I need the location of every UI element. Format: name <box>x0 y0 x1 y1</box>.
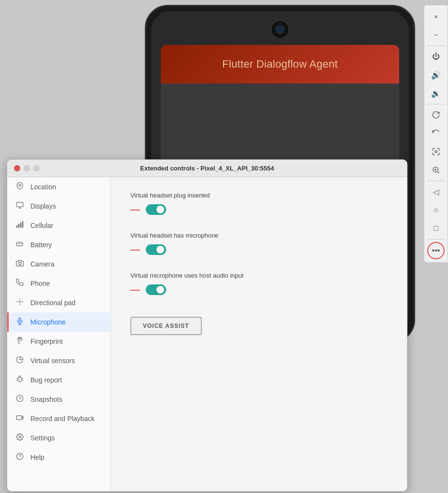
right-toolbar: × − ⏻ 🔊 🔉 ◁ ○ □ ••• <box>424 5 448 263</box>
power-button[interactable]: ⏻ <box>427 48 445 65</box>
toggle-row-host-audio: Virtual microphone uses host audio input… <box>130 272 388 295</box>
sidebar-label-bug-report: Bug report <box>30 376 103 384</box>
sidebar-label-displays: Displays <box>30 202 103 210</box>
help-icon <box>15 452 25 462</box>
svg-rect-9 <box>22 221 24 227</box>
toggle-headset-plug[interactable] <box>146 204 166 215</box>
screenshot-button[interactable] <box>427 143 445 160</box>
sidebar-item-battery[interactable]: Battery <box>7 235 111 254</box>
sidebar-item-location[interactable]: Location <box>7 177 111 197</box>
svg-rect-16 <box>16 416 22 420</box>
sidebar-label-battery: Battery <box>30 241 103 249</box>
sidebar-label-cellular: Cellular <box>30 222 103 229</box>
svg-point-0 <box>435 151 437 153</box>
sidebar-label-virtual-sensors: Virtual sensors <box>30 357 103 365</box>
sidebar-item-snapshots[interactable]: Snapshots <box>7 390 111 409</box>
svg-rect-14 <box>19 318 21 321</box>
svg-rect-8 <box>20 223 22 228</box>
sidebar-item-help[interactable]: Help <box>7 448 111 467</box>
close-dot[interactable] <box>14 165 20 171</box>
toggle-row-headset-mic: Virtual headset has microphone — <box>130 232 388 255</box>
toggle-row-headset-plug: Virtual headset plug inserted — <box>130 192 388 215</box>
sidebar-label-directional-pad: Directional pad <box>30 299 103 307</box>
volume-down-button[interactable]: 🔉 <box>427 85 445 102</box>
fullscreen-dot[interactable] <box>33 165 40 171</box>
toggle-host-audio[interactable] <box>146 284 166 295</box>
directional-pad-icon <box>15 298 25 308</box>
more-options-button[interactable]: ••• <box>427 242 445 259</box>
back-button[interactable]: ◁ <box>427 183 445 200</box>
sidebar-item-microphone[interactable]: Microphone <box>7 312 111 332</box>
sidebar-label-record-playback: Record and Playback <box>30 415 103 423</box>
svg-point-2 <box>19 184 21 186</box>
sidebar-item-settings[interactable]: Settings <box>7 428 111 448</box>
toggle-label-headset-mic: Virtual headset has microphone <box>130 232 388 239</box>
bug-report-icon <box>15 375 25 385</box>
sidebar-label-microphone: Microphone <box>30 318 103 326</box>
toggle-thumb-3 <box>156 286 164 294</box>
toggle-headset-mic[interactable] <box>146 244 166 255</box>
window-body: Location Displays Cellular <box>7 177 407 491</box>
toolbar-divider-1 <box>427 45 445 46</box>
svg-point-12 <box>18 262 21 265</box>
sidebar-item-record-playback[interactable]: Record and Playback <box>7 409 111 428</box>
minimize-dot[interactable] <box>24 165 30 171</box>
fingerprint-icon <box>15 337 25 346</box>
sidebar-label-snapshots: Snapshots <box>30 395 103 403</box>
arrow-indicator-1: — <box>130 204 140 215</box>
sidebar-label-fingerprint: Fingerprint <box>30 338 103 345</box>
svg-rect-6 <box>16 225 18 227</box>
zoom-button[interactable] <box>427 161 445 179</box>
sidebar-item-fingerprint[interactable]: Fingerprint <box>7 332 111 351</box>
location-icon <box>15 182 25 192</box>
svg-point-13 <box>19 301 21 303</box>
title-bar: Extended controls - Pixel_4_XL_API_30:55… <box>7 160 407 177</box>
sidebar-item-cellular[interactable]: Cellular <box>7 216 111 235</box>
snapshots-icon <box>15 394 25 404</box>
battery-icon <box>15 240 25 250</box>
toggle-wrapper-headset-plug: — <box>130 204 388 215</box>
sidebar-item-directional-pad[interactable]: Directional pad <box>7 293 111 312</box>
home-button[interactable]: ○ <box>427 201 445 219</box>
voice-assist-button[interactable]: VOICE ASSIST <box>130 317 202 335</box>
arrow-indicator-2: — <box>130 244 140 255</box>
sidebar-item-virtual-sensors[interactable]: Virtual sensors <box>7 351 111 370</box>
sidebar-label-settings: Settings <box>30 434 103 442</box>
phone-screen-top: Flutter Dialogflow Agent <box>161 45 399 84</box>
toggle-label-host-audio: Virtual microphone uses host audio input <box>130 272 388 279</box>
toggle-wrapper-headset-mic: — <box>130 244 388 255</box>
svg-rect-3 <box>16 202 23 207</box>
toggle-thumb-2 <box>156 246 164 254</box>
arrow-indicator-3: — <box>130 284 140 295</box>
phone-camera <box>270 20 290 39</box>
minimize-button[interactable]: − <box>427 26 445 43</box>
recent-button[interactable]: □ <box>427 220 445 237</box>
rotate-cw-button[interactable] <box>427 106 445 124</box>
sidebar-item-bug-report[interactable]: Bug report <box>7 370 111 390</box>
sidebar-label-location: Location <box>30 183 103 191</box>
cellular-icon <box>15 221 25 230</box>
window-title: Extended controls - Pixel_4_XL_API_30:55… <box>140 165 274 172</box>
rotate-ccw-button[interactable] <box>427 125 445 142</box>
sidebar-item-camera[interactable]: Camera <box>7 254 111 274</box>
sidebar-label-help: Help <box>30 453 103 461</box>
microphone-panel: Virtual headset plug inserted — Virtual … <box>111 177 407 491</box>
extended-controls-window: Extended controls - Pixel_4_XL_API_30:55… <box>7 159 407 492</box>
microphone-icon <box>15 317 25 327</box>
toolbar-divider-3 <box>427 181 445 181</box>
sidebar-item-phone[interactable]: Phone <box>7 274 111 293</box>
sidebar-item-displays[interactable]: Displays <box>7 197 111 216</box>
phone-icon <box>15 279 25 288</box>
record-playback-icon <box>15 414 25 423</box>
toolbar-divider-4 <box>427 239 445 239</box>
camera-icon <box>15 259 25 269</box>
app-title: Flutter Dialogflow Agent <box>222 58 338 70</box>
toggle-wrapper-host-audio: — <box>130 284 388 295</box>
settings-icon <box>15 433 25 443</box>
toggle-thumb-1 <box>156 206 164 213</box>
window-dots <box>14 165 40 171</box>
close-button[interactable]: × <box>427 8 445 25</box>
virtual-sensors-icon <box>15 356 25 366</box>
sidebar: Location Displays Cellular <box>7 177 111 491</box>
volume-up-button[interactable]: 🔊 <box>427 66 445 84</box>
